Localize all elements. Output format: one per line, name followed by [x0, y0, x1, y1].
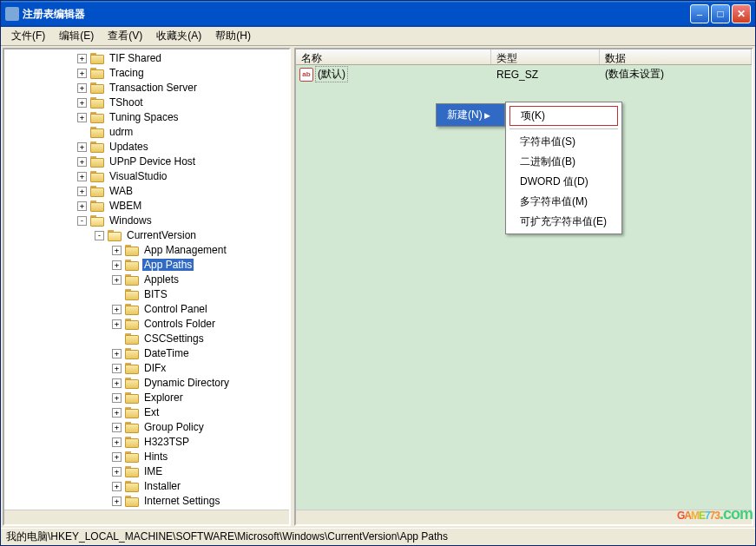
- tree-label[interactable]: WBEM: [108, 200, 143, 212]
- tree-item[interactable]: +Updates: [8, 140, 289, 154]
- expander-icon[interactable]: +: [112, 364, 122, 373]
- tree-label[interactable]: BITS: [142, 288, 169, 300]
- tree-scrollbar-horizontal[interactable]: [4, 510, 289, 524]
- tree-label[interactable]: udrm: [108, 126, 135, 138]
- tree-item[interactable]: +Tuning Spaces: [8, 110, 289, 124]
- expander-icon[interactable]: +: [112, 482, 122, 491]
- tree-item[interactable]: +Installer: [8, 479, 289, 493]
- tree-item[interactable]: +Hints: [8, 450, 289, 464]
- tree-item[interactable]: +Tracing: [8, 66, 289, 80]
- submenu-expand[interactable]: 可扩充字符串值(E): [508, 212, 620, 232]
- submenu-multi[interactable]: 多字符串值(M): [508, 192, 620, 212]
- tree-label[interactable]: TShoot: [108, 96, 145, 109]
- expander-icon[interactable]: +: [77, 142, 87, 152]
- tree-label[interactable]: Updates: [108, 141, 150, 153]
- tree-item[interactable]: +DIFx: [8, 361, 289, 375]
- tree-item[interactable]: +App Paths: [8, 258, 289, 272]
- list-scrollbar-horizontal[interactable]: [296, 510, 752, 524]
- tree-label[interactable]: Controls Folder: [142, 318, 217, 330]
- tree-label[interactable]: Installer: [142, 480, 182, 492]
- tree-label[interactable]: CurrentVersion: [125, 229, 198, 241]
- menu-file[interactable]: 文件(F): [4, 27, 52, 45]
- tree-item[interactable]: +TIF Shared: [8, 51, 289, 65]
- tree-item[interactable]: +Internet Settings: [8, 494, 289, 508]
- tree-label[interactable]: TIF Shared: [108, 52, 163, 64]
- list-row[interactable]: ab(默认)REG_SZ(数值未设置): [296, 67, 752, 82]
- expander-icon[interactable]: +: [77, 172, 87, 181]
- tree-item[interactable]: udrm: [8, 125, 289, 139]
- expander-icon[interactable]: -: [77, 216, 87, 226]
- expander-icon[interactable]: +: [112, 423, 122, 432]
- values-panel[interactable]: 名称 类型 数据 ab(默认)REG_SZ(数值未设置) 新建(N) ▶ 项(K…: [294, 48, 753, 526]
- tree-label[interactable]: UPnP Device Host: [108, 155, 197, 168]
- tree-item[interactable]: +Ext: [8, 405, 289, 419]
- column-data[interactable]: 数据: [600, 49, 752, 64]
- expander-icon[interactable]: +: [112, 260, 122, 270]
- expander-icon[interactable]: +: [112, 437, 122, 447]
- tree-item[interactable]: -Windows: [8, 214, 289, 227]
- tree-item[interactable]: +Dynamic Directory: [8, 376, 289, 390]
- tree-label[interactable]: Internet Settings: [142, 495, 221, 507]
- expander-icon[interactable]: +: [112, 378, 122, 388]
- tree-label[interactable]: VisualStudio: [108, 170, 169, 182]
- tree-item[interactable]: +DateTime: [8, 346, 289, 360]
- tree-label[interactable]: Dynamic Directory: [142, 377, 231, 389]
- submenu-dword[interactable]: DWORD 值(D): [508, 172, 620, 192]
- menu-view[interactable]: 查看(V): [101, 27, 149, 45]
- expander-icon[interactable]: +: [77, 83, 87, 93]
- tree-label[interactable]: H323TSP: [142, 436, 191, 448]
- tree-item[interactable]: +Group Policy: [8, 420, 289, 434]
- submenu-binary[interactable]: 二进制值(B): [508, 152, 620, 172]
- tree-item[interactable]: CSCSettings: [8, 332, 289, 345]
- expander-icon[interactable]: +: [77, 98, 87, 108]
- tree-item[interactable]: BITS: [8, 287, 289, 301]
- maximize-button[interactable]: □: [711, 4, 730, 23]
- tree-item[interactable]: +H323TSP: [8, 435, 289, 449]
- menu-edit[interactable]: 编辑(E): [52, 27, 101, 45]
- tree-label[interactable]: Control Panel: [142, 303, 209, 315]
- expander-icon[interactable]: +: [112, 467, 122, 477]
- menu-favorites[interactable]: 收藏夹(A): [149, 27, 208, 45]
- tree-label[interactable]: IntlRun.OC: [142, 524, 197, 526]
- tree-label[interactable]: Applets: [142, 273, 181, 286]
- tree-item[interactable]: +UPnP Device Host: [8, 155, 289, 168]
- tree-item[interactable]: +Explorer: [8, 391, 289, 405]
- column-name[interactable]: 名称: [296, 49, 491, 64]
- tree-item[interactable]: +Applets: [8, 273, 289, 286]
- expander-icon[interactable]: +: [112, 393, 122, 403]
- tree-label[interactable]: Hints: [142, 451, 169, 463]
- tree-label[interactable]: CSCSettings: [142, 332, 206, 345]
- tree-label[interactable]: Windows: [108, 214, 154, 227]
- tree-item[interactable]: +WAB: [8, 184, 289, 198]
- tree-label[interactable]: IME: [142, 465, 164, 477]
- expander-icon[interactable]: +: [112, 526, 122, 527]
- expander-icon[interactable]: +: [112, 246, 122, 255]
- expander-icon[interactable]: +: [77, 113, 87, 122]
- tree-label[interactable]: App Management: [142, 244, 228, 256]
- minimize-button[interactable]: –: [690, 4, 709, 23]
- expander-icon[interactable]: -: [95, 231, 104, 240]
- expander-icon[interactable]: +: [77, 69, 87, 78]
- tree-item[interactable]: +Transaction Server: [8, 81, 289, 95]
- expander-icon[interactable]: +: [112, 319, 122, 329]
- tree-label[interactable]: Tuning Spaces: [108, 111, 181, 123]
- close-button[interactable]: ✕: [732, 4, 751, 23]
- submenu-string[interactable]: 字符串值(S): [508, 132, 620, 152]
- expander-icon[interactable]: +: [112, 408, 122, 418]
- expander-icon[interactable]: +: [77, 54, 87, 63]
- tree-label[interactable]: App Paths: [142, 259, 194, 271]
- expander-icon[interactable]: +: [77, 187, 87, 196]
- expander-icon[interactable]: +: [77, 157, 87, 167]
- expander-icon[interactable]: +: [112, 275, 122, 285]
- context-new[interactable]: 新建(N) ▶: [437, 104, 504, 126]
- submenu-key[interactable]: 项(K): [509, 106, 618, 126]
- tree-panel[interactable]: +TIF Shared+Tracing+Transaction Server+T…: [3, 48, 291, 526]
- tree-label[interactable]: DateTime: [142, 347, 191, 359]
- value-name[interactable]: (默认): [315, 66, 348, 82]
- column-type[interactable]: 类型: [491, 49, 600, 64]
- tree-item[interactable]: +App Management: [8, 243, 289, 257]
- tree-item[interactable]: +TShoot: [8, 95, 289, 109]
- expander-icon[interactable]: +: [112, 305, 122, 314]
- tree-label[interactable]: WAB: [108, 185, 135, 197]
- tree-label[interactable]: Ext: [142, 406, 161, 418]
